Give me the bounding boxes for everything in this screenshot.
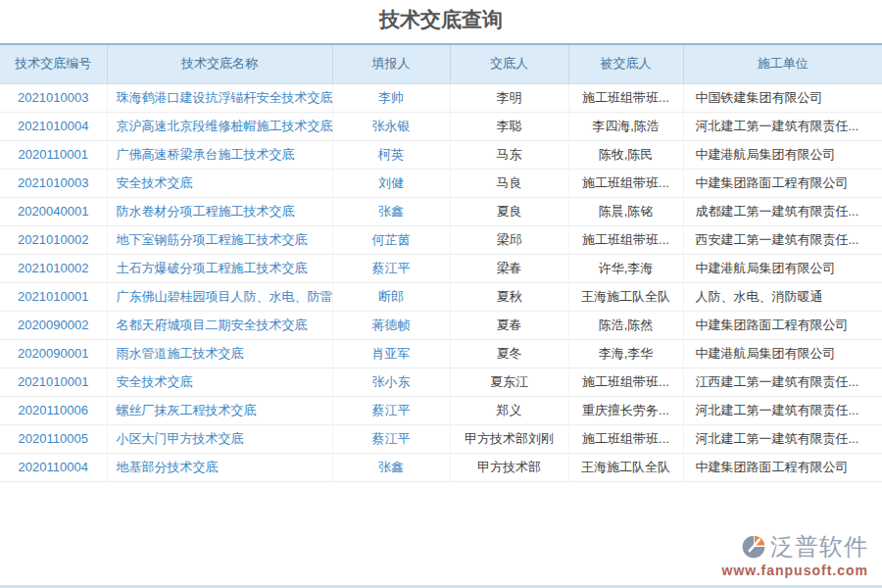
table-cell: 李海,李华 [568, 339, 683, 368]
table-cell[interactable]: 2020110001 [0, 140, 107, 169]
table-cell[interactable]: 2021010001 [0, 368, 107, 396]
fanpu-logo-icon [741, 534, 766, 560]
table-cell[interactable]: 何芷茵 [332, 225, 450, 254]
table-cell[interactable]: 2021010002 [0, 225, 107, 254]
table-cell[interactable]: 2020090001 [0, 339, 107, 368]
table-row[interactable]: 2021010001广东佛山碧桂园项目人防、水电、防雷断郎夏秋王海施工队全队人防… [0, 282, 882, 311]
table-cell[interactable]: 张鑫 [332, 197, 450, 225]
table-cell: 施工班组带班... [568, 225, 683, 254]
column-header-discloser: 交底人 [450, 44, 568, 83]
table-cell[interactable]: 安全技术交底 [107, 368, 332, 396]
table-cell[interactable]: 广佛高速桥梁承台施工技术交底 [107, 140, 332, 169]
table-cell: 河北建工第一建筑有限责任... [683, 112, 882, 140]
table-cell: 王海施工队全队 [568, 453, 683, 481]
table-cell: 夏东江 [450, 368, 568, 396]
table-cell[interactable]: 2020040001 [0, 197, 107, 225]
table-row[interactable]: 2020110001广佛高速桥梁承台施工技术交底柯英马东陈牧,陈民中建港航局集团… [0, 140, 882, 169]
table-cell[interactable]: 2020110006 [0, 396, 107, 424]
table-cell[interactable]: 2021010003 [0, 83, 107, 112]
table-row[interactable]: 2020090001雨水管道施工技术交底肖亚军夏冬李海,李华中建港航局集团有限公… [0, 339, 882, 368]
table-cell: 陈牧,陈民 [568, 140, 683, 169]
table-cell: 河北建工第一建筑有限责任... [683, 424, 882, 453]
table-cell[interactable]: 李帅 [332, 83, 450, 112]
column-header-disclosee: 被交底人 [568, 44, 683, 83]
column-header-construction-unit: 施工单位 [683, 44, 882, 83]
table-row[interactable]: 2020110006螺丝厂抹灰工程技术交底蔡江平郑义重庆擅长劳务...河北建工第… [0, 396, 882, 424]
table-cell[interactable]: 刘健 [332, 169, 450, 197]
column-header-disclosure-id: 技术交底编号 [0, 44, 107, 83]
table-cell: 许华,李海 [568, 254, 683, 282]
table-cell[interactable]: 蔡江平 [332, 254, 450, 282]
column-header-filler: 填报人 [332, 44, 450, 83]
vendor-footer[interactable]: 泛普软件 www.fanpusoft.com [722, 531, 868, 578]
table-cell[interactable]: 土石方爆破分项工程施工技术交底 [107, 254, 332, 282]
table-row[interactable]: 2021010002土石方爆破分项工程施工技术交底蔡江平梁春许华,李海中建港航局… [0, 254, 882, 282]
table-row[interactable]: 2021010004京沪高速北京段维修桩帽施工技术交底张永银李聪李四海,陈浩河北… [0, 112, 882, 140]
table-cell: 陈浩,陈然 [568, 311, 683, 339]
table-cell[interactable]: 2020110005 [0, 424, 107, 453]
table-cell: 甲方技术部刘刚 [450, 424, 568, 453]
table-cell: 陈晨,陈铭 [568, 197, 683, 225]
table-cell: 夏冬 [450, 339, 568, 368]
table-cell: 中建集团路面工程有限公司 [683, 453, 882, 481]
table-cell[interactable]: 地基部分技术交底 [107, 453, 332, 481]
table-cell[interactable]: 柯英 [332, 140, 450, 169]
table-row[interactable]: 2021010002地下室钢筋分项工程施工技术交底何芷茵梁邱施工班组带班...西… [0, 225, 882, 254]
table-cell[interactable]: 2021010002 [0, 254, 107, 282]
table-cell: 甲方技术部 [450, 453, 568, 481]
table-cell[interactable]: 2021010001 [0, 282, 107, 311]
table-header: 技术交底编号 技术交底名称 填报人 交底人 被交底人 施工单位 [0, 44, 882, 83]
table-cell: 中建港航局集团有限公司 [683, 339, 882, 368]
table-cell[interactable]: 地下室钢筋分项工程施工技术交底 [107, 225, 332, 254]
table-row[interactable]: 2020040001防水卷材分项工程施工技术交底张鑫夏良陈晨,陈铭成都建工第一建… [0, 197, 882, 225]
table-row[interactable]: 2021010003珠海鹤港口建设抗浮锚杆安全技术交底李帅李明施工班组带班...… [0, 83, 882, 112]
table-cell[interactable]: 珠海鹤港口建设抗浮锚杆安全技术交底 [107, 83, 332, 112]
table-cell: 施工班组带班... [568, 83, 683, 112]
table-cell[interactable]: 肖亚军 [332, 339, 450, 368]
table-cell[interactable]: 张小东 [332, 368, 450, 396]
table-cell[interactable]: 广东佛山碧桂园项目人防、水电、防雷 [107, 282, 332, 311]
table-cell: 施工班组带班... [568, 424, 683, 453]
table-cell[interactable]: 2020090002 [0, 311, 107, 339]
table-cell[interactable]: 京沪高速北京段维修桩帽施工技术交底 [107, 112, 332, 140]
table-cell: 李聪 [450, 112, 568, 140]
table-cell: 人防、水电、消防暖通 [683, 282, 882, 311]
table-cell[interactable]: 2021010003 [0, 169, 107, 197]
disclosure-query-table: 技术交底编号 技术交底名称 填报人 交底人 被交底人 施工单位 20210100… [0, 43, 882, 482]
table-row[interactable]: 2021010001安全技术交底张小东夏东江施工班组带班...江西建工第一建筑有… [0, 368, 882, 396]
table-cell[interactable]: 张永银 [332, 112, 450, 140]
table-row[interactable]: 2020110004地基部分技术交底张鑫甲方技术部王海施工队全队中建集团路面工程… [0, 453, 882, 481]
table-cell: 马东 [450, 140, 568, 169]
table-cell[interactable]: 小区大门甲方技术交底 [107, 424, 332, 453]
table-cell[interactable]: 蒋德帧 [332, 311, 450, 339]
page-title: 技术交底查询 [0, 0, 882, 43]
table-row[interactable]: 2020110005小区大门甲方技术交底蔡江平甲方技术部刘刚施工班组带班...河… [0, 424, 882, 453]
vendor-url[interactable]: www.fanpusoft.com [722, 563, 868, 578]
table-cell[interactable]: 安全技术交底 [107, 169, 332, 197]
table-cell[interactable]: 防水卷材分项工程施工技术交底 [107, 197, 332, 225]
vendor-name: 泛普软件 [770, 531, 868, 563]
table-cell: 李四海,陈浩 [568, 112, 683, 140]
table-cell: 马良 [450, 169, 568, 197]
table-cell[interactable]: 名都天府城项目二期安全技术交底 [107, 311, 332, 339]
table-row[interactable]: 2020090002名都天府城项目二期安全技术交底蒋德帧夏春陈浩,陈然中建集团路… [0, 311, 882, 339]
table-cell: 郑义 [450, 396, 568, 424]
table-cell: 成都建工第一建筑有限责任... [683, 197, 882, 225]
table-cell[interactable]: 蔡江平 [332, 424, 450, 453]
table-cell: 中建港航局集团有限公司 [683, 140, 882, 169]
table-cell[interactable]: 2021010004 [0, 112, 107, 140]
table-cell[interactable]: 2020110004 [0, 453, 107, 481]
table-cell[interactable]: 断郎 [332, 282, 450, 311]
table-row[interactable]: 2021010003安全技术交底刘健马良施工班组带班...中建集团路面工程有限公… [0, 169, 882, 197]
table-cell: 李明 [450, 83, 568, 112]
table-cell[interactable]: 蔡江平 [332, 396, 450, 424]
table-body: 2021010003珠海鹤港口建设抗浮锚杆安全技术交底李帅李明施工班组带班...… [0, 83, 882, 481]
table-cell: 梁春 [450, 254, 568, 282]
table-cell[interactable]: 螺丝厂抹灰工程技术交底 [107, 396, 332, 424]
table-cell: 夏良 [450, 197, 568, 225]
table-cell[interactable]: 张鑫 [332, 453, 450, 481]
table-cell: 西安建工第一建筑有限责任... [683, 225, 882, 254]
table-cell: 中国铁建集团有限公司 [683, 83, 882, 112]
table-cell: 夏春 [450, 311, 568, 339]
table-cell[interactable]: 雨水管道施工技术交底 [107, 339, 332, 368]
